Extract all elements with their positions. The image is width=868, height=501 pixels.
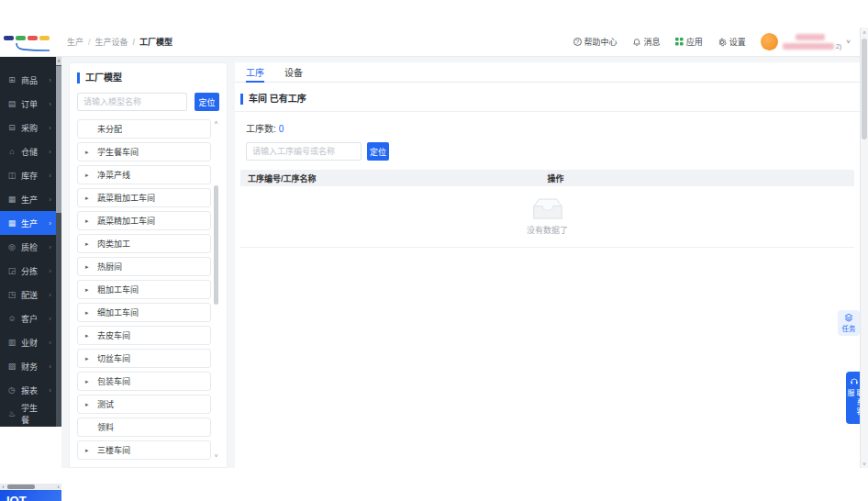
tree-item[interactable]: 领料 [77, 418, 211, 437]
model-locate-button[interactable]: 定位 [195, 93, 219, 111]
sidebar-item[interactable]: ◎ 质检 [0, 235, 56, 259]
user-suffix: 2) [836, 42, 842, 50]
scroll-left-icon[interactable]: ‹ [0, 484, 6, 490]
sidebar-item[interactable]: ⌂ 仓储 [0, 139, 56, 163]
scroll-down-icon[interactable] [213, 452, 219, 458]
tab[interactable]: 工序 [246, 62, 264, 82]
messages-menu[interactable]: 消息 [632, 36, 661, 48]
tree-item[interactable]: 细加工车间 [77, 303, 211, 322]
process-count-value: 0 [279, 124, 284, 134]
process-search-input[interactable] [246, 142, 362, 161]
tree-item[interactable]: 学生餐车间 [77, 142, 211, 161]
sidebar-horizontal-scrollbar[interactable]: ‹ › [0, 484, 61, 490]
purchase-icon: ⊟ [7, 123, 17, 132]
scroll-up-icon[interactable] [861, 29, 868, 35]
settings-menu[interactable]: 设置 [718, 36, 746, 48]
tree-item[interactable]: 三楼车间 [77, 440, 211, 460]
sidebar-item-label: 生产 [21, 194, 38, 206]
caret-right-icon[interactable] [85, 378, 92, 385]
scrollbar-thumb[interactable] [7, 484, 35, 489]
breadcrumb-item[interactable]: 生产 [67, 36, 83, 48]
help-center-menu[interactable]: 帮助中心 [573, 36, 618, 48]
tree-item[interactable]: 切丝车间 [77, 349, 211, 368]
sidebar-item-label: 业财 [21, 337, 38, 349]
user-org-redacted [783, 43, 834, 50]
task-floating-button[interactable]: 任务 [838, 310, 860, 336]
tree-item[interactable]: 未分配 [77, 119, 211, 139]
apps-grid-icon [675, 38, 684, 46]
caret-right-icon[interactable] [85, 355, 92, 362]
tree-item[interactable]: 粗加工车间 [77, 280, 211, 299]
tree-item[interactable]: 热厨间 [77, 257, 211, 276]
divider [235, 111, 860, 112]
apps-menu[interactable]: 应用 [675, 36, 703, 48]
scrollbar-thumb[interactable] [214, 185, 218, 305]
caret-right-icon[interactable] [85, 195, 92, 202]
delivery-icon: ◳ [7, 290, 17, 299]
sidebar-item-label: 学生餐 [21, 402, 44, 426]
model-search-row: 定位 [77, 93, 219, 111]
tree-item[interactable]: 去皮车间 [77, 326, 211, 345]
chevron-right-icon [49, 172, 51, 180]
breadcrumb-item[interactable]: 工厂模型 [128, 36, 173, 48]
sidebar-item[interactable]: ▤ 订单 [0, 92, 56, 116]
page-scrollbar[interactable] [860, 28, 868, 468]
caret-right-icon[interactable] [85, 149, 92, 156]
caret-right-icon[interactable] [85, 332, 92, 340]
tree-item[interactable]: 蔬菜粗加工车间 [77, 188, 211, 207]
user-menu[interactable]: 2) [761, 33, 851, 50]
sidebar-item[interactable]: ◫ 库存 [0, 163, 56, 187]
sidebar-item[interactable]: ◳ 配送 [0, 283, 56, 306]
tree-item[interactable]: 肉类加工 [77, 234, 211, 253]
tab[interactable]: 设备 [284, 62, 303, 82]
tree-item[interactable]: 蔬菜精加工车间 [77, 211, 211, 230]
sidebar-item[interactable]: ◷ 报表 [0, 378, 56, 402]
process-locate-button[interactable]: 定位 [367, 142, 389, 161]
sidebar-item[interactable]: ◲ 分拣 [0, 259, 56, 283]
logo-swoosh-icon [9, 42, 51, 53]
caret-right-icon[interactable] [85, 447, 92, 454]
sidebar-item-label: 配送 [21, 289, 38, 301]
sidebar-item-label: 仓储 [21, 146, 38, 158]
tree-scrollbar[interactable] [213, 119, 219, 460]
chevron-right-icon [49, 148, 51, 156]
caret-right-icon[interactable] [85, 240, 92, 248]
breadcrumb-item[interactable]: 生产设备 [83, 36, 128, 48]
tree-item-label: 去皮车间 [97, 329, 130, 341]
sidebar-item[interactable]: ⊟ 采购 [0, 116, 56, 139]
sidebar-item[interactable]: ▦ 生产 [0, 211, 56, 235]
caret-right-icon[interactable] [85, 309, 92, 317]
chevron-right-icon [49, 291, 51, 299]
sidebar-item[interactable]: ♨ 学生餐 [0, 402, 56, 426]
empty-box-icon [532, 197, 563, 220]
scroll-up-icon[interactable] [213, 119, 219, 125]
empty-state-text: 没有数据了 [527, 224, 568, 236]
caret-right-icon[interactable] [85, 286, 92, 294]
tree-item[interactable]: 包装车间 [77, 372, 211, 391]
caret-right-icon[interactable] [85, 217, 92, 225]
sidebar-menu: ⊞ 商品 ▤ 订单 ⊟ 采购 ⌂ 仓储 ◫ 库存 ▦ 生产 [0, 57, 61, 426]
orders-icon: ▤ [7, 99, 17, 108]
scrollbar-thumb[interactable] [862, 39, 867, 139]
avatar [761, 33, 778, 50]
sidebar-item-label: 采购 [21, 122, 38, 134]
scroll-right-icon[interactable]: › [55, 484, 61, 490]
tree-item[interactable]: 净菜产线 [77, 165, 211, 184]
sidebar-item[interactable]: ⊞ 商品 [0, 68, 56, 92]
sidebar-item[interactable]: ▨ 财务 [0, 354, 56, 378]
sidebar-item[interactable]: ▥ 业财 [0, 330, 56, 354]
reports-icon: ◷ [7, 385, 17, 395]
chevron-right-icon [49, 339, 51, 347]
iot-banner[interactable]: IOT 设备与环境 [0, 490, 61, 501]
scroll-down-icon[interactable] [861, 461, 868, 466]
tree-item-label: 未分配 [97, 123, 122, 135]
tree-item[interactable]: 测试 [77, 395, 211, 414]
sidebar-item[interactable]: ▦ 生产 [0, 187, 56, 211]
help-icon [573, 38, 582, 46]
sidebar-item[interactable]: ☺ 客户 [0, 306, 56, 330]
caret-right-icon[interactable] [85, 401, 92, 408]
model-search-input[interactable] [77, 93, 187, 111]
chevron-down-icon [846, 38, 851, 46]
caret-right-icon[interactable] [85, 172, 92, 179]
caret-right-icon[interactable] [85, 263, 92, 271]
